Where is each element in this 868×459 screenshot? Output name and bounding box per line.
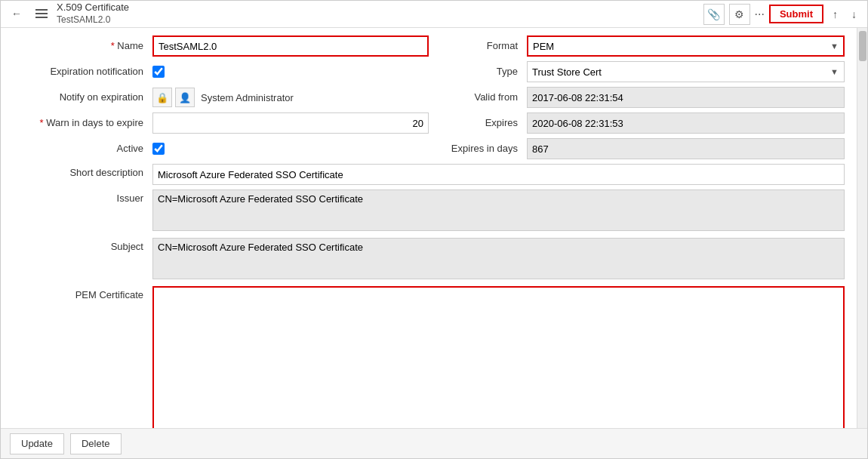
format-select[interactable]: PEM DER [527,35,845,57]
type-select[interactable]: Trust Store Cert CA Cert Client Cert [527,61,845,82]
expires-label: Expires [429,112,527,134]
col-active: Active [13,138,429,159]
type-dropdown-wrap: Trust Store Cert CA Cert Client Cert ▼ [527,61,845,82]
delete-button[interactable]: Delete [70,433,122,454]
expiration-label: Expiration notification [13,61,152,82]
format-dropdown-wrap: PEM DER ▼ [527,35,845,57]
row-name-format: * Name Format PEM DER ▼ [13,35,845,57]
expires-in-days-label: Expires in days [429,138,527,159]
row-issuer: Issuer CN=Microsoft Azure Federated SSO … [13,189,845,233]
notify-lock-button[interactable]: 🔒 [152,88,172,107]
header-left: ← X.509 Certificate TestSAML2.0 [7,2,129,26]
hamburger-menu[interactable] [32,6,51,21]
header-right: 📎 ⚙ ··· Submit ↑ ↓ [703,4,861,25]
expires-wrap [527,112,845,134]
header: ← X.509 Certificate TestSAML2.0 📎 ⚙ ··· … [1,1,867,28]
scrollbar[interactable] [857,28,867,428]
active-checkbox[interactable] [152,143,165,155]
submit-button[interactable]: Submit [769,5,823,23]
type-select-wrap: Trust Store Cert CA Cert Client Cert ▼ [527,61,845,82]
notify-label: Notify on expiration [13,87,152,108]
body-area: * Name Format PEM DER ▼ [1,28,867,428]
warn-days-input[interactable] [152,112,429,134]
format-label: Format [429,35,527,57]
row-short-description: Short description [13,164,845,185]
up-button[interactable]: ↑ [828,5,842,23]
settings-button[interactable]: ⚙ [729,4,750,25]
issuer-label: Issuer [13,189,152,204]
valid-from-wrap [527,87,845,108]
name-field-wrap [152,35,429,57]
subject-wrap: CN=Microsoft Azure Federated SSO Certifi… [152,238,845,282]
title-sub: TestSAML2.0 [57,14,129,26]
format-select-wrap: PEM DER ▼ [527,35,845,57]
expires-in-days-wrap [527,138,845,159]
valid-from-label: Valid from [429,87,527,108]
more-options-button[interactable]: ··· [755,8,765,21]
row-active-expiredays: Active Expires in days [13,138,845,159]
col-notify: Notify on expiration 🔒 👤 System Administ… [13,87,429,108]
expires-input [527,112,845,134]
title-main: X.509 Certificate [57,2,129,14]
warn-days-wrap [152,112,429,134]
pem-certificate-wrap [152,286,845,428]
row-warn-expires: * Warn in days to expire Expires [13,112,845,134]
pem-certificate-label: PEM Certificate [13,286,152,300]
issuer-textarea: CN=Microsoft Azure Federated SSO Certifi… [152,189,845,231]
row-pem-certificate: PEM Certificate [13,286,845,428]
col-expiration: Expiration notification [13,61,429,82]
attachment-button[interactable]: 📎 [703,4,725,25]
col-warn: * Warn in days to expire [13,112,429,134]
row-subject: Subject CN=Microsoft Azure Federated SSO… [13,238,845,282]
active-label: Active [13,138,152,159]
notify-row: 🔒 👤 System Administrator [152,87,294,108]
update-button[interactable]: Update [10,433,64,454]
scrollbar-thumb[interactable] [859,31,866,61]
short-description-label: Short description [13,164,152,178]
col-format: Format PEM DER ▼ [429,35,845,57]
main-content: * Name Format PEM DER ▼ [1,28,857,428]
expiration-checkbox[interactable] [152,66,165,78]
col-valid-from: Valid from [429,87,845,108]
footer: Update Delete [1,428,867,458]
req-star: * [111,40,118,51]
issuer-wrap: CN=Microsoft Azure Federated SSO Certifi… [152,189,845,233]
type-label: Type [429,61,527,82]
notify-person-button[interactable]: 👤 [175,88,195,107]
down-button[interactable]: ↓ [847,5,861,23]
subject-textarea: CN=Microsoft Azure Federated SSO Certifi… [152,238,845,279]
expires-in-days-input [527,138,845,159]
expiration-checkbox-wrap [152,61,165,82]
short-description-input[interactable] [152,164,845,185]
col-type: Type Trust Store Cert CA Cert Client Cer… [429,61,845,82]
header-title: X.509 Certificate TestSAML2.0 [57,2,129,26]
col-expires: Expires [429,112,845,134]
col-name: * Name [13,35,429,57]
name-input[interactable] [152,35,429,57]
row-notify-validfrom: Notify on expiration 🔒 👤 System Administ… [13,87,845,108]
short-description-wrap [152,164,845,185]
valid-from-input [527,87,845,108]
active-checkbox-wrap [152,138,165,159]
name-label: * Name [13,35,152,57]
warn-label: * Warn in days to expire [13,112,152,134]
back-button[interactable]: ← [7,5,26,23]
row-expiration-type: Expiration notification Type Trust Store… [13,61,845,82]
notify-text: System Administrator [201,92,294,103]
subject-label: Subject [13,238,152,252]
pem-certificate-textarea[interactable] [152,286,845,428]
col-expires-in-days: Expires in days [429,138,845,159]
